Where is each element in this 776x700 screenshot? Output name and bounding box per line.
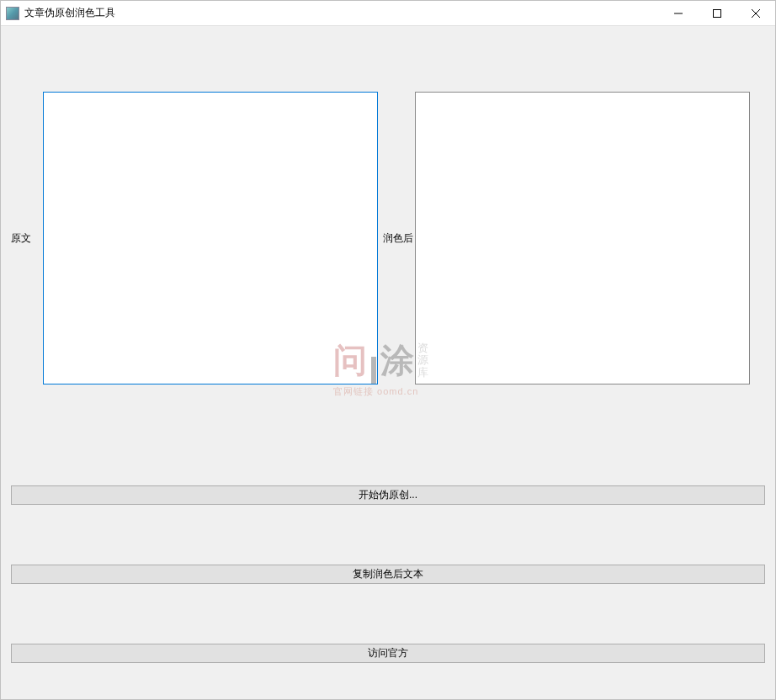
start-button[interactable]: 开始伪原创... xyxy=(11,485,765,505)
watermark-url: 官网链接 oomd.cn xyxy=(333,385,428,398)
source-label: 原文 xyxy=(11,231,43,246)
window-controls xyxy=(659,1,775,25)
copy-button[interactable]: 复制润色后文本 xyxy=(11,565,765,584)
output-label: 润色后 xyxy=(378,231,415,246)
source-textarea[interactable] xyxy=(43,92,378,384)
app-icon xyxy=(6,7,19,20)
close-icon xyxy=(752,9,760,18)
visit-button[interactable]: 访问官方 xyxy=(11,644,765,663)
output-textarea[interactable] xyxy=(415,92,750,384)
content-area: 原文 润色后 问 涂 资 源 库 官网链接 oomd.cn 开始伪原创 xyxy=(1,26,775,699)
minimize-button[interactable] xyxy=(659,1,698,25)
minimize-icon xyxy=(674,9,683,18)
maximize-icon xyxy=(713,9,721,18)
text-panels: 原文 润色后 xyxy=(11,92,765,384)
button-row-2: 复制润色后文本 xyxy=(11,565,765,584)
button-row-1: 开始伪原创... xyxy=(11,485,765,505)
window-title: 文章伪原创润色工具 xyxy=(24,6,659,20)
maximize-button[interactable] xyxy=(698,1,736,25)
button-row-3: 访问官方 xyxy=(11,644,765,663)
svg-rect-1 xyxy=(714,9,721,17)
close-button[interactable] xyxy=(736,1,775,25)
app-window: 文章伪原创润色工具 原文 润色后 问 涂 xyxy=(0,0,776,700)
titlebar: 文章伪原创润色工具 xyxy=(1,1,775,26)
